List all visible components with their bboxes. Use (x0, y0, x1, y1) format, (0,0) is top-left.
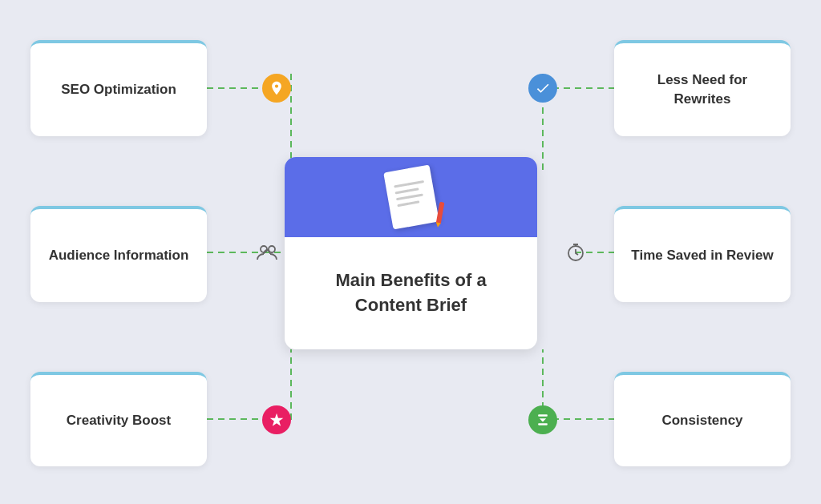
center-card-header (285, 157, 537, 237)
pencil-icon (435, 202, 444, 225)
card-less-rewrites-label: Less Need for Rewrites (630, 71, 774, 109)
card-creativity-label: Creativity Boost (67, 411, 171, 430)
center-card: Main Benefits of a Content Brief (285, 157, 537, 349)
audience-badge-icon (253, 238, 281, 267)
seo-badge-icon (262, 74, 291, 103)
card-audience-label: Audience Information (49, 246, 189, 265)
card-time-saved-label: Time Saved in Review (631, 246, 773, 265)
document-icon (383, 165, 439, 230)
card-consistency-label: Consistency (661, 411, 742, 430)
center-card-title: Main Benefits of a Content Brief (301, 268, 521, 318)
time-badge-icon (561, 238, 590, 267)
card-seo-label: SEO Optimization (61, 80, 176, 99)
card-creativity: Creativity Boost (30, 372, 207, 466)
diagram-container: .dashed-line { stroke: #5cb85c; stroke-w… (0, 0, 821, 504)
consistency-badge-icon (528, 405, 557, 434)
card-time-saved: Time Saved in Review (614, 206, 791, 302)
card-seo: SEO Optimization (30, 40, 207, 136)
svg-rect-4 (538, 423, 548, 425)
card-audience: Audience Information (30, 206, 207, 302)
svg-rect-3 (538, 414, 548, 417)
card-consistency: Consistency (614, 372, 791, 466)
center-card-body: Main Benefits of a Content Brief (285, 237, 537, 349)
rewrites-badge-icon (528, 74, 557, 103)
creativity-badge-icon (262, 405, 291, 434)
card-less-rewrites: Less Need for Rewrites (614, 40, 791, 136)
